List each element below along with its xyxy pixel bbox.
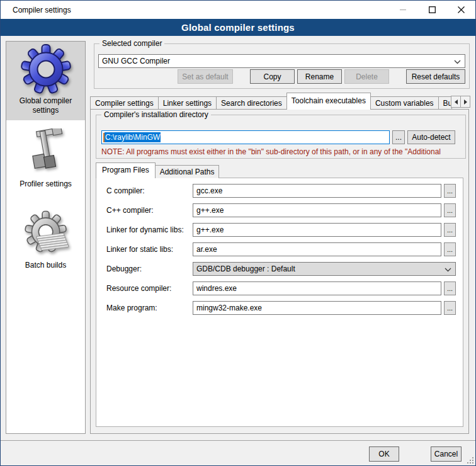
installation-directory-group: Compiler's installation directory C:\ray… xyxy=(96,115,466,159)
make-program-browse-button[interactable]: ... xyxy=(444,301,456,315)
resource-compiler-input[interactable]: windres.exe xyxy=(193,281,441,295)
static-linker-browse-button[interactable]: ... xyxy=(444,242,456,256)
chevron-down-icon xyxy=(445,268,451,272)
copy-compiler-button[interactable]: Copy xyxy=(250,69,295,84)
ok-button[interactable]: OK xyxy=(369,446,399,462)
selected-compiler-group-label: Selected compiler xyxy=(99,39,164,48)
selected-compiler-value: GNU GCC Compiler xyxy=(102,57,170,65)
cpp-compiler-row: C++ compiler: g++.exe ... xyxy=(106,203,456,217)
close-icon xyxy=(458,6,465,13)
rename-compiler-button[interactable]: Rename xyxy=(297,69,342,84)
browse-directory-button[interactable]: ... xyxy=(392,130,405,144)
cancel-button[interactable]: Cancel xyxy=(431,446,462,462)
set-as-default-button: Set as default xyxy=(178,69,233,84)
minimize-icon xyxy=(400,6,407,13)
resource-compiler-label: Resource compiler: xyxy=(106,284,193,293)
dynamic-linker-input[interactable]: g++.exe xyxy=(193,223,441,237)
sidebar-item-label: Batch builds xyxy=(25,261,66,270)
dynamic-linker-row: Linker for dynamic libs: g++.exe ... xyxy=(106,223,456,237)
toolchain-executables-page: Compiler's installation directory C:\ray… xyxy=(90,109,469,434)
maximize-button[interactable] xyxy=(417,1,446,19)
window-title: Compiler settings xyxy=(13,6,71,14)
banner-title: Global compiler settings xyxy=(181,22,295,33)
tab-linker-settings[interactable]: Linker settings xyxy=(158,96,217,110)
gray-gear-stack-icon xyxy=(21,208,71,259)
selected-compiler-dropdown[interactable]: GNU GCC Compiler xyxy=(98,54,465,68)
tab-scroll-right-button[interactable] xyxy=(460,96,470,108)
blue-gear-icon xyxy=(21,44,71,94)
reset-defaults-button[interactable]: Reset defaults xyxy=(406,69,465,84)
bin-subdirectory-note: NOTE: All programs must exist either in … xyxy=(101,147,464,156)
maximize-icon xyxy=(429,6,436,13)
static-linker-input[interactable]: ar.exe xyxy=(193,242,441,256)
dynamic-linker-browse-button[interactable]: ... xyxy=(444,223,456,237)
tab-build-options[interactable]: Build xyxy=(438,96,452,110)
auto-detect-button[interactable]: Auto-detect xyxy=(407,130,455,144)
installation-directory-group-label: Compiler's installation directory xyxy=(101,110,211,119)
subtab-additional-paths[interactable]: Additional Paths xyxy=(155,165,220,178)
minimize-button xyxy=(388,1,417,19)
caliper-icon xyxy=(21,127,71,178)
sidebar-item-batch-builds[interactable]: Batch builds xyxy=(6,205,85,275)
static-linker-row: Linker for static libs: ar.exe ... xyxy=(106,242,456,256)
resize-grip[interactable] xyxy=(467,457,473,463)
footer-divider xyxy=(1,440,475,441)
program-files-subtabbar: Program Files Additional Paths xyxy=(96,162,218,178)
debugger-label: Debugger: xyxy=(106,264,193,273)
cpp-compiler-label: C++ compiler: xyxy=(106,206,193,215)
chevron-down-icon xyxy=(454,60,461,64)
settings-category-list: Global compiler settings xyxy=(6,41,86,434)
sidebar-item-global-compiler-settings[interactable]: Global compiler settings xyxy=(6,42,85,120)
dialog-banner: Global compiler settings xyxy=(1,19,475,36)
close-button[interactable] xyxy=(446,1,475,19)
compiler-settings-dialog: Compiler settings Global compiler settin… xyxy=(0,0,476,466)
installation-directory-value: C:\raylib\MinGW xyxy=(105,132,161,142)
dynamic-linker-label: Linker for dynamic libs: xyxy=(106,225,193,234)
cpp-compiler-browse-button[interactable]: ... xyxy=(444,203,456,217)
sidebar-item-label: Global compiler settings xyxy=(14,96,77,115)
tab-search-directories[interactable]: Search directories xyxy=(216,96,287,110)
program-files-panel: C compiler: gcc.exe ... C++ compiler: g+… xyxy=(96,178,463,427)
tab-compiler-settings[interactable]: Compiler settings xyxy=(90,96,159,110)
resource-compiler-row: Resource compiler: windres.exe ... xyxy=(106,281,456,295)
installation-directory-input[interactable]: C:\raylib\MinGW xyxy=(101,130,390,144)
cpp-compiler-input[interactable]: g++.exe xyxy=(193,203,441,217)
debugger-dropdown[interactable]: GDB/CDB debugger : Default xyxy=(193,262,456,276)
compiler-settings-tabbar: Compiler settings Linker settings Search… xyxy=(90,93,470,110)
c-compiler-row: C compiler: gcc.exe ... xyxy=(106,184,456,198)
tab-scroll-left-button[interactable] xyxy=(451,96,461,108)
tab-toolchain-executables[interactable]: Toolchain executables xyxy=(286,93,371,110)
debugger-row: Debugger: GDB/CDB debugger : Default xyxy=(106,262,456,276)
tab-custom-variables[interactable]: Custom variables xyxy=(370,96,439,110)
title-bar[interactable]: Compiler settings xyxy=(1,1,475,19)
c-compiler-label: C compiler: xyxy=(106,186,193,195)
selected-compiler-group: Selected compiler GNU GCC Compiler Set a… xyxy=(94,43,470,89)
sidebar-item-label: Profiler settings xyxy=(20,179,72,189)
arrow-left-icon xyxy=(455,99,458,105)
c-compiler-browse-button[interactable]: ... xyxy=(444,184,456,198)
delete-compiler-button: Delete xyxy=(344,69,389,84)
sidebar-item-profiler-settings[interactable]: Profiler settings xyxy=(6,124,85,194)
debugger-value: GDB/CDB debugger : Default xyxy=(196,264,295,273)
c-compiler-input[interactable]: gcc.exe xyxy=(193,184,441,198)
arrow-right-icon xyxy=(464,99,467,105)
make-program-row: Make program: mingw32-make.exe ... xyxy=(106,301,456,315)
make-program-label: Make program: xyxy=(106,304,193,312)
make-program-input[interactable]: mingw32-make.exe xyxy=(193,301,441,315)
resource-compiler-browse-button[interactable]: ... xyxy=(444,281,456,295)
subtab-program-files[interactable]: Program Files xyxy=(96,162,156,178)
static-linker-label: Linker for static libs: xyxy=(106,245,193,254)
